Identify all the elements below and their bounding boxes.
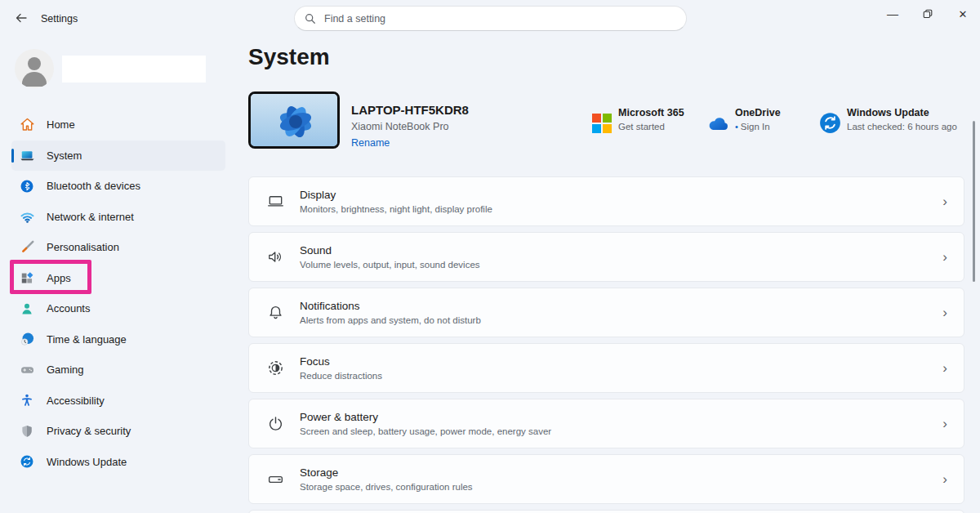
page-title: System (248, 44, 330, 70)
row-title: Sound (300, 244, 480, 256)
row-title: Power & battery (300, 411, 551, 423)
chevron-right-icon: › (942, 305, 947, 321)
onedrive-icon (706, 114, 731, 136)
chevron-right-icon: › (942, 194, 947, 210)
device-thumbnail (248, 91, 340, 149)
apps-icon (19, 270, 35, 286)
windows-update-icon (19, 453, 35, 470)
sidebar-item-label: Privacy & security (47, 425, 131, 437)
row-partial[interactable] (248, 510, 964, 513)
row-title: Storage (300, 466, 473, 479)
rename-link[interactable]: Rename (351, 137, 390, 149)
sidebar-item-label: Time & language (47, 333, 127, 346)
device-model: Xiaomi NoteBook Pro (351, 121, 469, 132)
sound-icon (265, 248, 285, 267)
onedrive-card[interactable]: OneDrive •Sign In (735, 107, 781, 132)
row-subtitle: Monitors, brightness, night light, displ… (300, 204, 492, 214)
storage-icon (265, 470, 285, 489)
sidebar-item-label: Gaming (47, 364, 84, 376)
user-name-redacted (62, 56, 206, 83)
status-title: OneDrive (735, 107, 781, 118)
system-icon (19, 147, 35, 163)
signin-bullet: • (735, 122, 738, 132)
sidebar-item-label: Accounts (47, 302, 90, 314)
row-subtitle: Screen and sleep, battery usage, power m… (300, 426, 551, 436)
scrollbar-thumb[interactable] (973, 121, 975, 282)
device-info: LAPTOP-HTF5KDR8 Xiaomi NoteBook Pro Rena… (351, 103, 469, 149)
row-sound[interactable]: Sound Volume levels, output, input, soun… (248, 232, 964, 282)
titlebar: Settings — ✕ (0, 0, 980, 39)
accounts-icon (19, 301, 35, 317)
chevron-right-icon: › (942, 360, 947, 377)
row-subtitle: Volume levels, output, input, sound devi… (300, 260, 480, 270)
status-title: Microsoft 365 (618, 107, 684, 118)
restore-button[interactable] (915, 3, 940, 25)
sidebar-item-system[interactable]: System (11, 141, 225, 172)
sidebar-nav: Home System Bluetooth & devices (0, 109, 237, 477)
network-icon (19, 208, 35, 225)
microsoft-365-icon (592, 114, 612, 133)
accessibility-icon (19, 392, 35, 408)
row-subtitle: Reduce distractions (300, 371, 382, 381)
avatar-head (28, 57, 41, 70)
status-subtitle: •Sign In (735, 122, 781, 132)
search-box[interactable] (294, 6, 687, 31)
status-title: Windows Update (847, 107, 957, 118)
sidebar-item-label: Accessibility (47, 395, 105, 407)
power-icon (265, 414, 285, 434)
back-button[interactable] (10, 8, 33, 28)
row-title: Notifications (300, 300, 481, 312)
close-button[interactable]: ✕ (951, 3, 975, 25)
row-title: Display (300, 189, 492, 201)
row-subtitle: Storage space, drives, configuration rul… (300, 482, 473, 492)
status-subtitle: Last checked: 6 hours ago (847, 122, 957, 132)
sidebar-item-accessibility[interactable]: Accessibility (11, 386, 225, 417)
chevron-right-icon: › (942, 471, 947, 488)
search-icon (305, 13, 316, 25)
sidebar-item-label: Network & internet (47, 211, 134, 223)
display-icon (265, 192, 285, 212)
avatar[interactable] (15, 49, 54, 88)
search-input[interactable] (324, 13, 667, 25)
privacy-icon (19, 423, 35, 439)
row-notifications[interactable]: Notifications Alerts from apps and syste… (248, 288, 964, 337)
sidebar-item-windows-update[interactable]: Windows Update (11, 447, 225, 478)
chevron-right-icon: › (942, 416, 947, 432)
sidebar-item-privacy-security[interactable]: Privacy & security (11, 416, 225, 447)
sidebar-item-label: Home (47, 118, 75, 131)
sidebar-item-label: Windows Update (47, 456, 127, 468)
sidebar-item-accounts[interactable]: Accounts (11, 293, 225, 324)
avatar-body (22, 72, 47, 87)
sidebar-item-label: Personalisation (47, 241, 119, 253)
row-storage[interactable]: Storage Storage space, drives, configura… (248, 454, 964, 504)
sidebar-item-label: System (47, 149, 82, 162)
row-power-battery[interactable]: Power & battery Screen and sleep, batter… (248, 399, 964, 448)
sidebar-item-network-internet[interactable]: Network & internet (11, 202, 225, 233)
time-language-icon (19, 331, 35, 347)
focus-icon (265, 359, 285, 378)
sidebar-item-home[interactable]: Home (11, 109, 225, 141)
notifications-icon (265, 303, 285, 323)
window-title: Settings (41, 13, 78, 25)
device-name: LAPTOP-HTF5KDR8 (351, 103, 469, 117)
microsoft-365-card[interactable]: Microsoft 365 Get started (618, 107, 684, 132)
sidebar-item-personalisation[interactable]: Personalisation (11, 232, 225, 263)
status-subtitle: Get started (618, 122, 684, 132)
sidebar-item-bluetooth-devices[interactable]: Bluetooth & devices (11, 171, 225, 202)
personalisation-icon (19, 239, 35, 256)
bluetooth-icon (19, 178, 35, 194)
restore-icon (923, 9, 933, 19)
row-subtitle: Alerts from apps and system, do not dist… (300, 315, 481, 325)
windows-update-card[interactable]: Windows Update Last checked: 6 hours ago (847, 107, 957, 132)
home-icon (19, 117, 35, 133)
row-title: Focus (300, 355, 382, 368)
sidebar-item-time-language[interactable]: Time & language (11, 324, 225, 355)
sidebar-item-apps[interactable]: Apps (11, 263, 225, 294)
row-focus[interactable]: Focus Reduce distractions › (248, 343, 964, 393)
windows-update-status-icon (819, 112, 841, 137)
sidebar-item-gaming[interactable]: Gaming (11, 355, 225, 386)
gaming-icon (19, 362, 35, 378)
sidebar-item-label: Apps (47, 272, 71, 284)
row-display[interactable]: Display Monitors, brightness, night ligh… (248, 176, 964, 226)
minimize-button[interactable]: — (880, 3, 905, 25)
